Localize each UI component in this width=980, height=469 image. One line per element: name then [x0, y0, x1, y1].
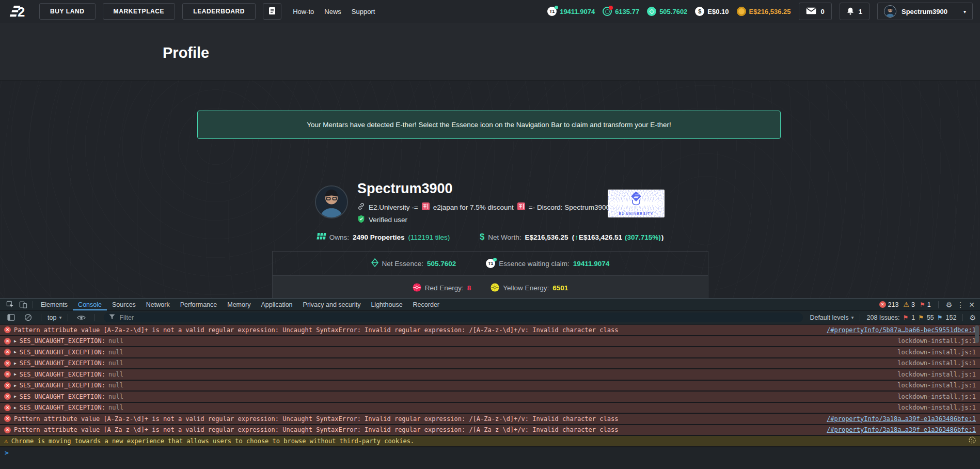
device-toolbar-icon[interactable]: [17, 299, 30, 310]
kebab-menu-icon[interactable]: ⋮: [957, 301, 964, 309]
console-prompt[interactable]: >: [0, 447, 980, 459]
console-source[interactable]: lockdown-install.js:1: [897, 382, 976, 389]
stats-box: Net Essence: 505.7602 T1 Essence waiting…: [272, 251, 708, 300]
chevron-down-icon: ▾: [963, 9, 966, 14]
profile-username: Spectrum3900: [357, 181, 453, 197]
chevron-down-icon: ▾: [851, 315, 853, 320]
console-ses-row[interactable]: ✕ ▶ SES_UNCAUGHT_EXCEPTION: null lockdow…: [0, 336, 980, 348]
console-scrollbar[interactable]: [975, 325, 979, 449]
mentar-value: 6135.77: [615, 8, 639, 15]
red-flag-icon: ⚑: [903, 314, 908, 321]
blue-flag-icon: ⚑: [937, 314, 943, 321]
devtools-panel: Elements Console Sources Network Perform…: [0, 298, 980, 469]
leaderboard-button[interactable]: LEADERBOARD: [182, 3, 256, 20]
tab-application[interactable]: Application: [256, 299, 297, 310]
essence-label: Net Essence:: [382, 260, 423, 268]
console-value: null: [108, 382, 123, 389]
e2-university-logo[interactable]: E2 UNIVERSITY: [608, 190, 665, 217]
nav-link-news[interactable]: News: [324, 8, 341, 15]
settings-gear-icon[interactable]: ⚙: [946, 301, 953, 309]
console-value: null: [108, 371, 123, 378]
context-selector[interactable]: top▾: [48, 314, 61, 321]
discount-kanji-badge-icon: [422, 202, 430, 212]
nav-link-support[interactable]: Support: [352, 8, 375, 15]
console-ses-row[interactable]: ✕ ▶ SES_UNCAUGHT_EXCEPTION: null lockdow…: [0, 347, 980, 358]
buy-land-button[interactable]: BUY LAND: [39, 3, 96, 20]
essence-balance[interactable]: 505.7602: [647, 7, 687, 16]
console-ses-row[interactable]: ✕ ▶ SES_UNCAUGHT_EXCEPTION: null lockdow…: [0, 392, 980, 403]
devtools-status-cluster: ✕213 ⚠3 ⚑1 ⚙ ⋮ ✕: [879, 301, 980, 309]
console-settings-gear-icon[interactable]: ⚙: [969, 314, 976, 322]
account-menu[interactable]: Spectrum3900 ▾: [877, 3, 973, 20]
up-arrow-icon: ↑: [575, 233, 578, 241]
console-message: Chrome is moving towards a new experienc…: [11, 437, 414, 445]
marketplace-button[interactable]: MARKETPLACE: [103, 3, 176, 20]
e2-logo-icon[interactable]: 2: [7, 5, 27, 18]
console-source-link[interactable]: /#propertyInfo/5b87a…ba66-bec59551dbce:1: [827, 326, 976, 334]
live-expression-eye-icon[interactable]: [74, 311, 88, 324]
profile-stats: Owns: 2490 Properties (112191 tiles) $ N…: [272, 227, 708, 300]
console-source[interactable]: lockdown-install.js:1: [897, 393, 976, 400]
nav-right-cluster: T1 19411.9074 6135.77 505.7602 $ E$0.10 …: [547, 3, 973, 20]
warning-icon: ⚠: [4, 437, 8, 445]
console-ses-row[interactable]: ✕ ▶ SES_UNCAUGHT_EXCEPTION: null lockdow…: [0, 403, 980, 414]
tab-elements[interactable]: Elements: [36, 299, 73, 310]
net-essence-stat: Net Essence: 505.7602: [371, 258, 456, 269]
console-ses-row[interactable]: ✕ ▶ SES_UNCAUGHT_EXCEPTION: null lockdow…: [0, 358, 980, 370]
expand-caret-icon: ▶: [14, 405, 17, 410]
console-source-link[interactable]: /#propertyInfo/3a18a…a39f-e1a363486bfe:1: [827, 426, 976, 433]
issues-summary[interactable]: 208 Issues: ⚑1 ⚑55 ⚑152: [866, 314, 956, 321]
profile-avatar[interactable]: [315, 185, 348, 218]
error-counter[interactable]: ✕213: [879, 301, 899, 308]
devtools-tabbar: Elements Console Sources Network Perform…: [0, 299, 980, 311]
red-energy-stat: Red Energy: 8: [413, 283, 471, 293]
console-source[interactable]: lockdown-install.js:1: [897, 337, 976, 345]
inspect-element-icon[interactable]: [3, 299, 17, 310]
tab-memory[interactable]: Memory: [222, 299, 256, 310]
tab-console[interactable]: Console: [73, 299, 107, 310]
prompt-chevron-icon: >: [5, 449, 9, 457]
console-source[interactable]: lockdown-install.js:1: [897, 404, 976, 411]
tab-recorder[interactable]: Recorder: [408, 299, 445, 310]
close-devtools-icon[interactable]: ✕: [969, 301, 975, 309]
warning-icon: ⚠: [903, 301, 909, 308]
essence-diamond-icon: [371, 258, 378, 269]
console-ses-row[interactable]: ✕ ▶ SES_UNCAUGHT_EXCEPTION: null lockdow…: [0, 369, 980, 381]
nav-link-howto[interactable]: How-to: [293, 8, 314, 15]
tab-sources[interactable]: Sources: [107, 299, 141, 310]
notifications-button[interactable]: 1: [840, 3, 870, 20]
console-sidebar-icon[interactable]: [4, 311, 18, 324]
tab-privacy[interactable]: Privacy and security: [298, 299, 366, 310]
tab-performance[interactable]: Performance: [175, 299, 223, 310]
networth-balance[interactable]: E$216,536.25: [737, 7, 791, 16]
console-message: Pattern attribute value [A-Za-z-\d]+ is …: [14, 426, 618, 433]
networth-change: (↑E$163,426.51(307.715%)): [572, 233, 664, 241]
console-ses-row[interactable]: ✕ ▶ SES_UNCAUGHT_EXCEPTION: null lockdow…: [0, 381, 980, 392]
dollar-coin-icon: $: [695, 7, 704, 16]
console-source[interactable]: lockdown-install.js:1: [897, 349, 976, 356]
news-doc-button[interactable]: [263, 3, 281, 20]
warning-counter[interactable]: ⚠3: [903, 301, 915, 308]
console-filter[interactable]: [104, 312, 803, 322]
scrollbar-thumb[interactable]: [975, 325, 979, 343]
cash-balance[interactable]: $ E$0.10: [695, 7, 729, 16]
ether-balance[interactable]: T1 19411.9074: [547, 7, 595, 16]
discount-kanji-badge-icon: [517, 202, 525, 212]
expand-caret-icon: ▶: [14, 361, 17, 366]
ether-claim-banner: Your Mentars have detected E-ther! Selec…: [197, 111, 781, 139]
messages-button[interactable]: 0: [799, 3, 832, 20]
expand-caret-icon: ▶: [14, 339, 17, 343]
tab-lighthouse[interactable]: Lighthouse: [366, 299, 407, 310]
console-source-link[interactable]: /#propertyInfo/3a18a…a39f-e1a363486bfe:1: [827, 415, 976, 423]
console-source[interactable]: lockdown-install.js:1: [897, 371, 976, 378]
tab-network[interactable]: Network: [141, 299, 175, 310]
console-source[interactable]: lockdown-install.js:1: [897, 359, 976, 367]
filter-input[interactable]: [119, 314, 798, 321]
log-levels-selector[interactable]: Default levels▾: [810, 314, 853, 321]
clear-console-icon[interactable]: [21, 311, 35, 324]
mentar-balance[interactable]: 6135.77: [603, 7, 639, 16]
console-value: null: [108, 337, 123, 345]
ether-value: 19411.9074: [560, 8, 595, 15]
document-icon: [268, 7, 276, 17]
issues-counter[interactable]: ⚑1: [920, 301, 931, 308]
